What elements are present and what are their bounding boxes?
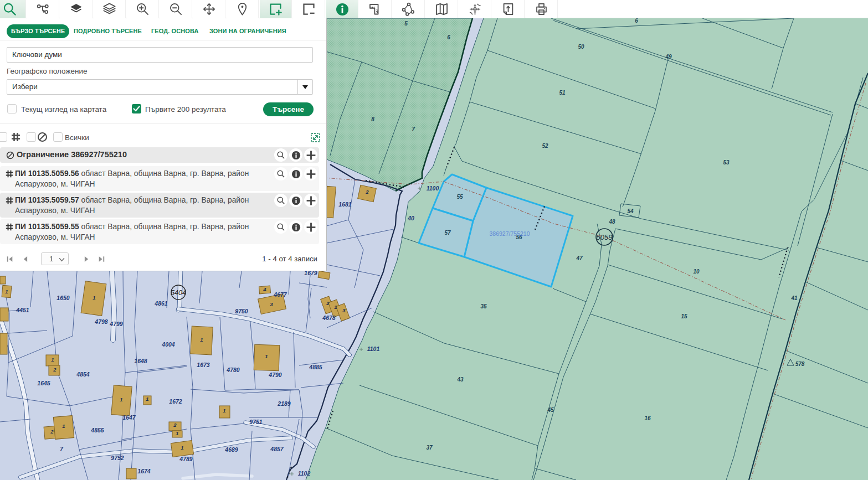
svg-text:1: 1 <box>5 288 8 295</box>
svg-text:578: 578 <box>795 361 805 367</box>
svg-text:1672: 1672 <box>169 398 182 405</box>
svg-text:48: 48 <box>608 219 615 225</box>
svg-text:54: 54 <box>627 208 634 214</box>
svg-text:4861: 4861 <box>154 300 168 307</box>
svg-text:1: 1 <box>200 337 203 343</box>
svg-text:50: 50 <box>578 44 584 50</box>
svg-text:9750: 9750 <box>235 308 248 314</box>
svg-text:1647: 1647 <box>122 414 136 421</box>
svg-text:8: 8 <box>371 116 374 122</box>
svg-text:10: 10 <box>693 269 700 275</box>
svg-text:1650: 1650 <box>57 295 70 301</box>
svg-text:1: 1 <box>93 295 95 301</box>
svg-text:1: 1 <box>120 396 122 402</box>
svg-text:4004: 4004 <box>161 341 175 348</box>
svg-text:4678: 4678 <box>322 314 336 321</box>
svg-text:1: 1 <box>176 430 178 436</box>
svg-text:1: 1 <box>223 407 225 414</box>
svg-text:2: 2 <box>53 367 57 373</box>
svg-text:5: 5 <box>404 20 408 27</box>
svg-text:3: 3 <box>342 307 346 313</box>
svg-text:1645: 1645 <box>37 380 50 386</box>
svg-text:1648: 1648 <box>134 358 147 364</box>
svg-text:40: 40 <box>407 215 414 221</box>
svg-text:1100: 1100 <box>427 185 439 192</box>
svg-text:4790: 4790 <box>268 371 282 378</box>
svg-text:2189: 2189 <box>277 400 291 407</box>
svg-text:1674: 1674 <box>137 468 151 474</box>
svg-text:4799: 4799 <box>109 321 123 327</box>
svg-text:386927/755210: 386927/755210 <box>490 230 530 237</box>
svg-text:1101: 1101 <box>367 345 380 352</box>
svg-text:6: 6 <box>635 18 638 24</box>
svg-text:49: 49 <box>665 54 672 60</box>
svg-text:2: 2 <box>173 422 177 428</box>
svg-text:4689: 4689 <box>224 446 238 453</box>
svg-text:52: 52 <box>542 143 548 149</box>
svg-text:4451: 4451 <box>16 307 29 313</box>
svg-text:9751: 9751 <box>249 419 263 425</box>
svg-text:15: 15 <box>681 313 687 319</box>
svg-text:4677: 4677 <box>273 291 287 298</box>
svg-text:1681: 1681 <box>338 201 352 208</box>
svg-text:1: 1 <box>265 353 268 359</box>
svg-text:5059: 5059 <box>597 233 613 241</box>
svg-text:1673: 1673 <box>197 362 210 368</box>
svg-text:1: 1 <box>181 445 183 451</box>
svg-text:4780: 4780 <box>226 367 240 373</box>
svg-text:37: 37 <box>426 445 433 451</box>
svg-text:4855: 4855 <box>90 427 104 433</box>
svg-text:1: 1 <box>62 423 65 429</box>
svg-text:1: 1 <box>334 304 337 310</box>
svg-text:47: 47 <box>576 255 583 261</box>
svg-text:1: 1 <box>146 396 148 402</box>
svg-text:41: 41 <box>790 295 798 301</box>
svg-text:4798: 4798 <box>94 318 108 325</box>
svg-text:57: 57 <box>444 230 451 236</box>
svg-text:4789: 4789 <box>179 456 193 462</box>
svg-text:4885: 4885 <box>309 364 322 370</box>
svg-text:51: 51 <box>559 90 566 96</box>
svg-text:55: 55 <box>456 194 463 200</box>
svg-text:1102: 1102 <box>298 470 311 477</box>
svg-text:3: 3 <box>270 301 273 307</box>
svg-text:45: 45 <box>547 407 554 413</box>
svg-text:4857: 4857 <box>270 446 284 452</box>
svg-text:7: 7 <box>412 126 415 132</box>
svg-text:2: 2 <box>365 189 369 195</box>
svg-text:6: 6 <box>447 34 450 40</box>
svg-text:4: 4 <box>263 286 266 292</box>
svg-text:43: 43 <box>456 376 464 383</box>
svg-text:5404: 5404 <box>171 289 186 297</box>
svg-text:53: 53 <box>723 159 730 166</box>
svg-text:16: 16 <box>644 415 651 421</box>
svg-text:1: 1 <box>51 357 54 363</box>
svg-text:4854: 4854 <box>76 371 90 378</box>
svg-text:35: 35 <box>480 303 487 309</box>
svg-text:2: 2 <box>326 300 330 306</box>
svg-text:2: 2 <box>50 429 54 435</box>
svg-text:9752: 9752 <box>111 455 124 461</box>
